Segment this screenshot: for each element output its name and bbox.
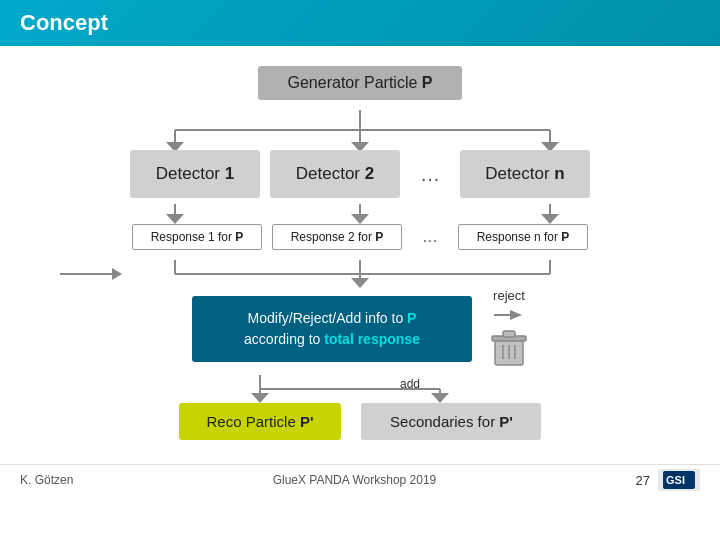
modify-line1: Modify/Reject/Add info to P bbox=[214, 308, 450, 329]
svg-marker-11 bbox=[351, 214, 369, 224]
dots-between-detectors: … bbox=[410, 163, 450, 186]
footer: K. Götzen GlueX PANDA Workshop 2019 27 G… bbox=[0, 464, 720, 495]
detector-1-label: Detector bbox=[156, 164, 225, 183]
detector-n-number: n bbox=[554, 164, 564, 183]
modify-bottom-arrows-svg bbox=[30, 375, 690, 403]
svg-text:GSI: GSI bbox=[666, 474, 685, 486]
footer-event: GlueX PANDA Workshop 2019 bbox=[273, 473, 437, 487]
footer-right: 27 GSI bbox=[636, 469, 700, 491]
modify-particle: P bbox=[407, 310, 416, 326]
svg-marker-9 bbox=[166, 214, 184, 224]
response-2-box: Response 2 for P bbox=[272, 224, 402, 250]
reject-label: reject bbox=[493, 288, 525, 303]
generator-label: Generator Particle bbox=[288, 74, 422, 91]
secondaries-box: Secondaries for P' bbox=[361, 403, 541, 440]
detector-response-arrows-svg bbox=[30, 204, 690, 224]
detector-n-box: Detector n bbox=[460, 150, 590, 198]
detector-2-box: Detector 2 bbox=[270, 150, 400, 198]
detector-1-number: 1 bbox=[225, 164, 234, 183]
generator-particle: P bbox=[422, 74, 433, 91]
reco-box: Reco Particle P' bbox=[179, 403, 342, 440]
detector-n-label: Detector bbox=[485, 164, 554, 183]
reject-area: reject bbox=[490, 288, 528, 369]
detector-2-number: 2 bbox=[365, 164, 374, 183]
response-1-particle: P bbox=[235, 230, 243, 244]
secondaries-particle: P' bbox=[499, 413, 513, 430]
response-n-label: Response n for bbox=[477, 230, 562, 244]
secondaries-label: Secondaries for bbox=[390, 413, 499, 430]
header: Concept bbox=[0, 0, 720, 46]
connector-arrows-svg bbox=[30, 110, 690, 150]
dots-between-responses: … bbox=[412, 228, 448, 246]
generator-box: Generator Particle P bbox=[258, 66, 463, 100]
page-number: 27 bbox=[636, 473, 650, 488]
detector-1-box: Detector 1 bbox=[130, 150, 260, 198]
svg-marker-3 bbox=[166, 142, 184, 150]
trash-icon bbox=[490, 327, 528, 369]
reco-label: Reco Particle bbox=[207, 413, 300, 430]
page-title: Concept bbox=[20, 10, 108, 35]
modify-line2: according to total response bbox=[214, 329, 450, 350]
svg-marker-7 bbox=[541, 142, 559, 150]
modify-box: Modify/Reject/Add info to P according to… bbox=[192, 296, 472, 362]
svg-marker-5 bbox=[351, 142, 369, 150]
reco-particle: P' bbox=[300, 413, 314, 430]
detector-2-label: Detector bbox=[296, 164, 365, 183]
response-2-label: Response 2 for bbox=[291, 230, 376, 244]
response-n-particle: P bbox=[561, 230, 569, 244]
svg-marker-23 bbox=[510, 310, 522, 320]
response-1-label: Response 1 for bbox=[151, 230, 236, 244]
footer-author: K. Götzen bbox=[20, 473, 73, 487]
gsi-logo: GSI bbox=[658, 469, 700, 491]
response-n-box: Response n for P bbox=[458, 224, 588, 250]
response-1-box: Response 1 for P bbox=[132, 224, 262, 250]
svg-marker-34 bbox=[431, 393, 449, 403]
svg-marker-13 bbox=[541, 214, 559, 224]
reject-arrow-svg bbox=[494, 307, 524, 323]
svg-rect-26 bbox=[503, 331, 515, 337]
response-2-particle: P bbox=[375, 230, 383, 244]
svg-marker-19 bbox=[351, 278, 369, 288]
response-modify-arrows-svg bbox=[30, 260, 690, 288]
add-label: add bbox=[400, 377, 420, 391]
svg-marker-31 bbox=[251, 393, 269, 403]
svg-marker-21 bbox=[112, 268, 122, 280]
